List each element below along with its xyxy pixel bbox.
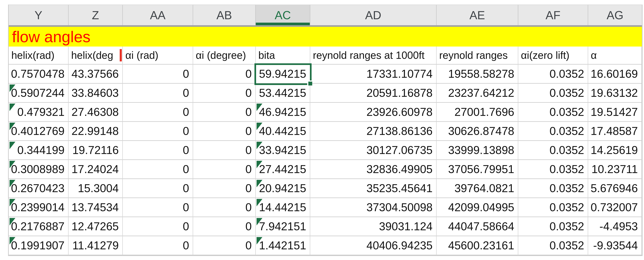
cell-Z-row1[interactable]: 43.37566 [68,65,123,84]
cell-AF-row3[interactable]: 0.0352 [518,103,588,122]
cell-AA-row9[interactable]: 0 [123,217,193,236]
cell-Y-row10[interactable]: 0.1991907 [9,236,68,255]
cell-AE-row5[interactable]: 33999.13898 [436,141,518,160]
cell-AB-row2[interactable]: 0 [193,84,256,103]
cell-AG-row10[interactable]: -9.93544 [588,236,642,255]
cell-AC-row9[interactable]: 7.942151 [256,217,310,236]
cell-AB-row5[interactable]: 0 [193,141,256,160]
cell-AC-row10[interactable]: 1.442151 [256,236,310,255]
cell-AD-row9[interactable]: 39031.124 [310,217,436,236]
cell-AB-row10[interactable]: 0 [193,236,256,255]
cell-Z-row7[interactable]: 15.3004 [68,179,123,198]
cell-AB-row6[interactable]: 0 [193,160,256,179]
cell-Z-row2[interactable]: 33.84603 [68,84,123,103]
cell-AG-row5[interactable]: 14.25619 [588,141,642,160]
cell-Y-row2[interactable]: 0.5907244 [9,84,68,103]
cell-AG-row8[interactable]: 0.732007 [588,198,642,217]
cell-AB-row7[interactable]: 0 [193,179,256,198]
cell-AC-row7[interactable]: 20.94215 [256,179,310,198]
cell-Y-row9[interactable]: 0.2176887 [9,217,68,236]
cell-Y-row8[interactable]: 0.2399014 [9,198,68,217]
cell-AC-row8[interactable]: 14.44215 [256,198,310,217]
cell-AA-row7[interactable]: 0 [123,179,193,198]
cell-AD-row3[interactable]: 23926.60978 [310,103,436,122]
cell-AD-row10[interactable]: 40406.94235 [310,236,436,255]
field-header-AG[interactable]: α [588,46,642,65]
cell-AC-row2[interactable]: 53.44215 [256,84,310,103]
cell-AD-row4[interactable]: 27138.86136 [310,122,436,141]
cell-AG-row9[interactable]: -4.4953 [588,217,642,236]
field-header-AA[interactable]: αi (rad) [123,46,193,65]
cell-Y-row3[interactable]: 0.479321 [9,103,68,122]
field-header-AF[interactable]: αi(zero lift) [518,46,588,65]
cell-AB-row3[interactable]: 0 [193,103,256,122]
cell-AG-row7[interactable]: 5.676946 [588,179,642,198]
column-header-AD[interactable]: AD [310,5,436,25]
cell-AE-row2[interactable]: 23237.64212 [436,84,518,103]
cell-AE-row7[interactable]: 39764.0821 [436,179,518,198]
cell-Y-row4[interactable]: 0.4012769 [9,122,68,141]
cell-AC-row5[interactable]: 33.94215 [256,141,310,160]
column-header-AB[interactable]: AB [193,5,256,25]
field-header-Z[interactable]: helix(deg [68,46,123,65]
cell-Z-row4[interactable]: 22.99148 [68,122,123,141]
cell-AE-row10[interactable]: 45600.23161 [436,236,518,255]
cell-AG-row2[interactable]: 19.63132 [588,84,642,103]
field-header-AE[interactable]: reynold ranges [436,46,518,65]
cell-Z-row10[interactable]: 11.41279 [68,236,123,255]
cell-AF-row8[interactable]: 0.0352 [518,198,588,217]
column-header-Y[interactable]: Y [9,5,68,25]
cell-AC-row4[interactable]: 40.44215 [256,122,310,141]
field-header-AD[interactable]: reynold ranges at 1000ft [310,46,436,65]
cell-AD-row5[interactable]: 30127.06735 [310,141,436,160]
cell-AE-row9[interactable]: 44047.58664 [436,217,518,236]
cell-AF-row2[interactable]: 0.0352 [518,84,588,103]
cell-AD-row7[interactable]: 35235.45641 [310,179,436,198]
cell-AF-row6[interactable]: 0.0352 [518,160,588,179]
cell-AA-row5[interactable]: 0 [123,141,193,160]
cell-Z-row3[interactable]: 27.46308 [68,103,123,122]
banner-merged-cell[interactable]: flow angles [9,27,642,46]
cell-AC-row6[interactable]: 27.44215 [256,160,310,179]
cell-AA-row8[interactable]: 0 [123,198,193,217]
cell-AB-row1[interactable]: 0 [193,65,256,84]
selected-cell-AC-row1[interactable]: 59.94215 [256,65,310,84]
cell-AB-row4[interactable]: 0 [193,122,256,141]
column-header-AF[interactable]: AF [518,5,588,25]
cell-AF-row4[interactable]: 0.0352 [518,122,588,141]
cell-Z-row9[interactable]: 12.47265 [68,217,123,236]
cell-AF-row5[interactable]: 0.0352 [518,141,588,160]
cell-AF-row9[interactable]: 0.0352 [518,217,588,236]
cell-Z-row5[interactable]: 19.72116 [68,141,123,160]
cell-AE-row4[interactable]: 30626.87478 [436,122,518,141]
cell-AG-row3[interactable]: 19.51427 [588,103,642,122]
column-header-AE[interactable]: AE [436,5,518,25]
cell-AD-row6[interactable]: 32836.49905 [310,160,436,179]
cell-AE-row6[interactable]: 37056.79951 [436,160,518,179]
cell-AG-row6[interactable]: 10.23711 [588,160,642,179]
cell-Y-row1[interactable]: 0.7570478 [9,65,68,84]
cell-AG-row4[interactable]: 17.48587 [588,122,642,141]
cell-AD-row1[interactable]: 17331.10774 [310,65,436,84]
cell-Y-row6[interactable]: 0.3008989 [9,160,68,179]
fill-handle[interactable] [307,80,312,85]
cell-AA-row2[interactable]: 0 [123,84,193,103]
cell-AG-row1[interactable]: 16.60169 [588,65,642,84]
cell-AC-row3[interactable]: 46.94215 [256,103,310,122]
cell-AA-row3[interactable]: 0 [123,103,193,122]
cell-AE-row1[interactable]: 19558.58278 [436,65,518,84]
column-header-AC[interactable]: AC [256,5,310,25]
cell-AA-row1[interactable]: 0 [123,65,193,84]
cell-AA-row6[interactable]: 0 [123,160,193,179]
cell-Y-row7[interactable]: 0.2670423 [9,179,68,198]
cell-AB-row8[interactable]: 0 [193,198,256,217]
cell-AF-row7[interactable]: 0.0352 [518,179,588,198]
column-header-Z[interactable]: Z [68,5,123,25]
cell-Y-row5[interactable]: 0.344199 [9,141,68,160]
cell-Z-row8[interactable]: 13.74534 [68,198,123,217]
cell-AB-row9[interactable]: 0 [193,217,256,236]
column-header-AG[interactable]: AG [588,5,642,25]
field-header-Y[interactable]: helix(rad) [9,46,68,65]
cell-AD-row8[interactable]: 37304.50098 [310,198,436,217]
cell-Z-row6[interactable]: 17.24024 [68,160,123,179]
